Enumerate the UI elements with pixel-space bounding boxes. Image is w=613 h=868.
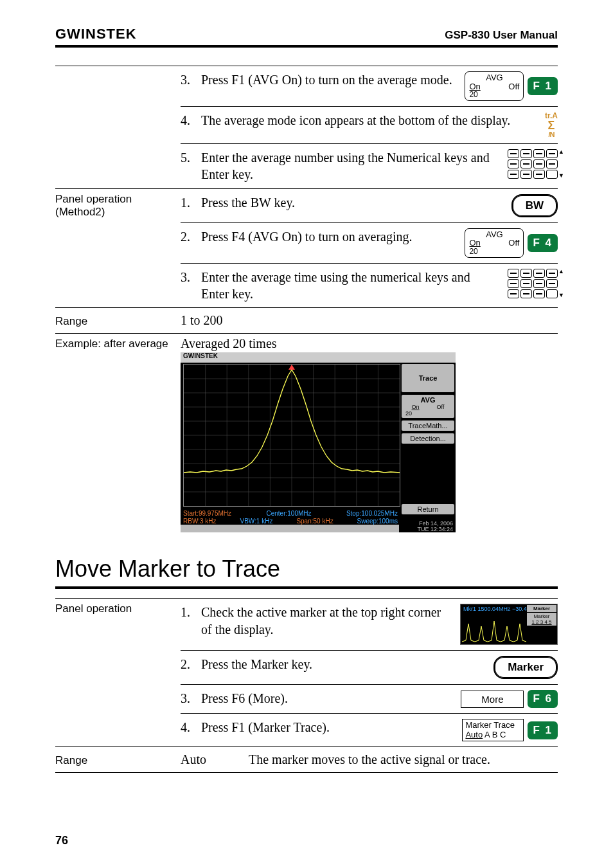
rbw-label: RBW:3 kHz bbox=[183, 518, 217, 525]
range-text: The marker moves to the active signal or… bbox=[249, 752, 558, 767]
marker-trace-softkey: Marker Trace Auto A B C bbox=[462, 719, 524, 741]
step-text: Press F1 (AVG On) to turn on the average… bbox=[201, 71, 458, 88]
svg-marker-18 bbox=[289, 365, 295, 370]
range-value: 1 to 200 bbox=[181, 313, 223, 328]
stop-freq: Stop:100.025MHz bbox=[346, 510, 398, 517]
divider bbox=[55, 772, 558, 773]
range-mode: Auto bbox=[181, 752, 242, 767]
panel-operation-method2-label: Panel operation (Method2) bbox=[55, 189, 174, 219]
mini-menu-title: Marker bbox=[527, 605, 556, 612]
brand-logo: GWINSTEK bbox=[55, 26, 137, 42]
span-label: Span:50 kHz bbox=[296, 518, 333, 525]
step-number: 3. bbox=[181, 71, 195, 87]
step-text: Enter the average time using the numeric… bbox=[201, 269, 501, 303]
range-label: Range bbox=[55, 315, 174, 328]
numeric-keypad-icon: ▲▼ bbox=[508, 149, 558, 179]
menu-detection: Detection... bbox=[402, 433, 454, 444]
step-text: Check the active marker at the top right… bbox=[201, 604, 454, 638]
section-heading: Move Marker to Trace bbox=[55, 556, 558, 583]
menu-return: Return bbox=[402, 504, 454, 514]
status-bar bbox=[181, 525, 399, 532]
step-number: 2. bbox=[181, 656, 195, 672]
center-freq: Center:100MHz bbox=[266, 510, 311, 517]
sweep-label: Sweep:100ms bbox=[357, 518, 398, 525]
mini-menu-sub: Marker 1 2 3 4 5 bbox=[527, 613, 556, 626]
f6-key-icon: F 6 bbox=[528, 690, 558, 708]
trace-plot bbox=[183, 364, 400, 507]
avg-mode-icon: tr.A Σ /N bbox=[545, 112, 558, 138]
step-number: 4. bbox=[181, 112, 195, 128]
marker-hardkey-icon: Marker bbox=[493, 656, 558, 679]
menu-title: Trace bbox=[402, 364, 454, 392]
step-text: Press F4 (AVG On) to turn on averaging. bbox=[201, 228, 458, 245]
step-number: 4. bbox=[181, 719, 195, 735]
range-label: Range bbox=[55, 754, 174, 767]
step-number: 1. bbox=[181, 604, 195, 620]
f1-key-icon: F 1 bbox=[528, 721, 558, 739]
step-number: 3. bbox=[181, 690, 195, 706]
step-text: The average mode icon appears at the bot… bbox=[201, 112, 538, 129]
left-label-empty bbox=[55, 66, 174, 70]
example-caption: Averaged 20 times bbox=[181, 334, 558, 351]
step-number: 3. bbox=[181, 269, 195, 285]
avg-softkey: AVG OnOff 20 bbox=[465, 228, 524, 258]
step-text: Press the BW key. bbox=[201, 194, 505, 211]
step-number: 5. bbox=[181, 149, 195, 165]
step-text: Press F6 (More). bbox=[201, 690, 454, 707]
numeric-keypad-icon: ▲▼ bbox=[508, 269, 558, 298]
more-softkey: More bbox=[461, 691, 524, 708]
avg-softkey: AVG OnOff 20 bbox=[465, 71, 524, 101]
menu-avg: AVG OnOff 20 bbox=[402, 395, 454, 418]
panel-operation-label: Panel operation bbox=[55, 599, 174, 615]
f4-key-icon: F 4 bbox=[528, 234, 558, 252]
datetime-stamp: Feb 14, 2006TUE 12:34:24 bbox=[417, 521, 453, 532]
start-freq: Start:99.975MHz bbox=[183, 510, 231, 517]
instrument-screenshot: GWINSTEK Mkr1 99.9999MHz −30.2dBm Ref:−3… bbox=[181, 352, 456, 532]
menu-tracemath: TraceMath... bbox=[402, 420, 454, 431]
step-text: Press the Marker key. bbox=[201, 656, 487, 673]
bw-hardkey-icon: BW bbox=[511, 194, 558, 217]
step-number: 1. bbox=[181, 194, 195, 210]
screenshot-brand: GWINSTEK bbox=[181, 352, 456, 363]
mini-trace bbox=[462, 617, 526, 643]
step-number: 2. bbox=[181, 228, 195, 244]
step-text: Enter the average number using the Numer… bbox=[201, 149, 501, 183]
mini-screenshot: Mkr1 1500.04MHz −30.4dBm Marker Marker 1… bbox=[460, 604, 558, 645]
example-label: Example: after average bbox=[55, 334, 174, 350]
step-text: Press F1 (Marker Trace). bbox=[201, 719, 456, 736]
page-number: 76 bbox=[55, 834, 68, 847]
vbw-label: VBW:1 kHz bbox=[240, 518, 272, 525]
manual-title: GSP-830 User Manual bbox=[445, 29, 558, 42]
f1-key-icon: F 1 bbox=[528, 77, 558, 95]
